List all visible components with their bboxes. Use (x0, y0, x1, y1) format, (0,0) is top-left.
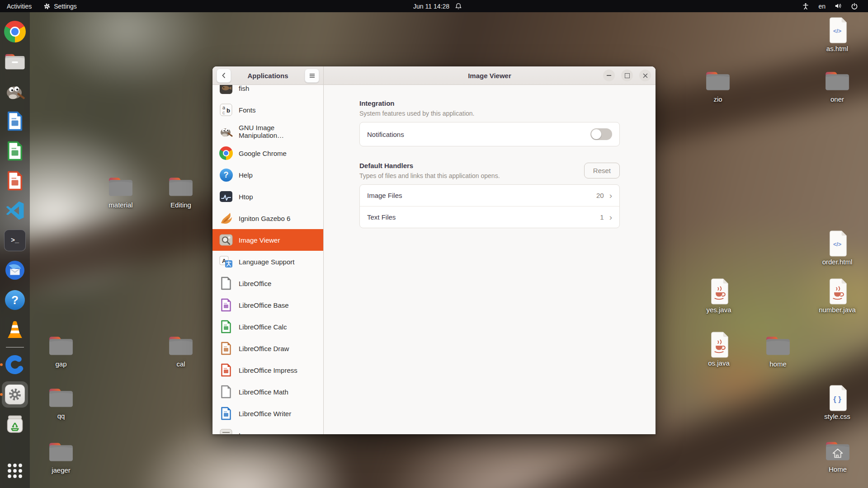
folder-icon (765, 333, 791, 359)
keyboard-layout-indicator: en (818, 3, 826, 10)
desktop-icon-home[interactable]: Home (811, 438, 865, 473)
dock-item-thunderbird[interactable] (4, 259, 26, 281)
desktop-icon-editing[interactable]: Editing (154, 174, 208, 209)
sidebar-app-libreoffice-calc[interactable]: LibreOffice Calc (212, 316, 323, 338)
dock-item-terminal[interactable]: >_ (4, 230, 26, 251)
dock-item-ignition-gazebo[interactable] (4, 354, 26, 375)
help-icon: ? (5, 290, 25, 310)
dock-item-vscode[interactable] (4, 200, 26, 221)
maximize-button[interactable] (621, 70, 633, 81)
svg-text:</>: </> (833, 241, 841, 248)
sidebar-app-libreoffice-base[interactable]: LibreOffice Base (212, 294, 323, 316)
vscode-icon (4, 200, 26, 221)
handler-row-image-files[interactable]: Image Files 20 › (360, 185, 619, 206)
dock-item-libreoffice-impress[interactable] (4, 170, 26, 192)
svg-text:</>: </> (833, 28, 841, 34)
dock-item-files[interactable] (4, 51, 26, 72)
desktop-icon-cal[interactable]: cal (154, 333, 208, 368)
desktop-icon-label: cal (176, 360, 185, 368)
sidebar-title: Applications (247, 72, 288, 80)
thunderbird-icon (4, 259, 26, 281)
sidebar-app-htop[interactable]: Htop (212, 186, 323, 207)
lo-impress-icon (219, 363, 233, 377)
lo-writer-icon (219, 406, 233, 421)
sidebar-app-label: GNU Image Manipulation… (239, 124, 317, 139)
sidebar-app-google-chrome[interactable]: Google Chrome (212, 142, 323, 164)
sidebar-headerbar: Applications (212, 66, 323, 85)
sidebar-app-libreoffice[interactable]: LibreOffice (212, 272, 323, 294)
minimize-button[interactable] (603, 70, 615, 81)
terminal-icon: >_ (4, 230, 26, 251)
desktop-icon-number-java[interactable]: number.java (810, 278, 864, 314)
sidebar-app-label: Igniton Gazebo 6 (239, 215, 290, 222)
system-status-area[interactable]: en (802, 3, 868, 10)
handlers-card: Image Files 20 ›Text Files 1 › (359, 184, 620, 228)
fish-icon (219, 85, 233, 95)
sidebar-app-fonts[interactable]: acbFonts (212, 99, 323, 121)
main-headerbar: Image Viewer (324, 66, 656, 85)
desktop-icon-label: home (769, 360, 787, 368)
lo-draw-icon (219, 341, 233, 356)
sidebar-app-logs[interactable]: Logs (212, 424, 323, 434)
close-button[interactable] (639, 70, 651, 81)
svg-text:b: b (226, 107, 230, 114)
sidebar-app-libreoffice-math[interactable]: LibreOffice Math (212, 381, 323, 403)
desktop-icon-as-html[interactable]: </>as.html (810, 17, 864, 52)
sidebar-app-help[interactable]: ?Help (212, 164, 323, 186)
sidebar-app-libreoffice-impress[interactable]: LibreOffice Impress (212, 359, 323, 381)
application-list[interactable]: fishacbFontsGNU Image Manipulation…Googl… (212, 85, 323, 434)
handler-count: 20 (596, 192, 604, 199)
sidebar-app-gnu-image-manipulation[interactable]: GNU Image Manipulation… (212, 121, 323, 142)
desktop-icon-gap[interactable]: gap (34, 333, 88, 368)
desktop-icon-zio[interactable]: zio (691, 68, 745, 103)
reset-button[interactable]: Reset (584, 163, 620, 178)
handler-row-text-files[interactable]: Text Files 1 › (360, 206, 619, 228)
desktop-icon-label: Home (829, 465, 847, 473)
sidebar-app-language-support[interactable]: ALanguage Support (212, 251, 323, 272)
desktop-icon-home[interactable]: home (751, 333, 805, 368)
dock-item-vlc[interactable] (4, 319, 26, 341)
sidebar-app-libreoffice-writer[interactable]: LibreOffice Writer (212, 403, 323, 424)
sidebar-app-image-viewer[interactable]: Image Viewer (212, 229, 323, 251)
dock-item-show-applications[interactable] (4, 460, 26, 482)
image-viewer-icon (219, 233, 233, 247)
desktop-icon-jaeger[interactable]: jaeger (34, 439, 88, 474)
default-handlers-subtitle: Types of files and links that this appli… (359, 172, 500, 179)
dock-item-gimp[interactable] (4, 80, 26, 102)
sidebar-app-label: Language Support (239, 258, 294, 266)
dock-item-help[interactable]: ? (4, 289, 26, 311)
sidebar-app-libreoffice-draw[interactable]: LibreOffice Draw (212, 338, 323, 359)
notifications-toggle[interactable] (590, 128, 612, 140)
sidebar-app-label: LibreOffice Impress (239, 366, 297, 374)
desktop-icon-oner[interactable]: oner (810, 68, 864, 103)
desktop-icon-qq[interactable]: qq (34, 385, 88, 420)
flame-icon (219, 211, 233, 225)
desktop-icon-yes-java[interactable]: yes.java (692, 278, 746, 314)
folder-icon (108, 174, 134, 200)
desktop-icon-label: os.java (708, 359, 730, 367)
back-button[interactable] (217, 69, 231, 83)
desktop-icon-order-html[interactable]: </>order.html (810, 230, 864, 266)
dock-item-settings[interactable] (4, 384, 26, 405)
desktop-icon-os-java[interactable]: os.java (692, 332, 746, 367)
desktop-icon-material[interactable]: material (94, 174, 148, 209)
ring-icon (4, 354, 26, 375)
app-menu[interactable]: Settings (43, 3, 77, 10)
chrome-icon (4, 21, 26, 42)
top-bar: Activities Settings Jun 11 14:28 en (0, 0, 868, 12)
dock-item-libreoffice-writer[interactable] (4, 110, 26, 132)
dock-item-libreoffice-calc[interactable] (4, 140, 26, 162)
file-java-icon (706, 278, 732, 305)
dock-item-google-chrome[interactable] (4, 21, 26, 42)
dock-item-trash[interactable] (4, 413, 26, 435)
toggle-knob (591, 129, 601, 139)
sidebar-app-igniton-gazebo-6[interactable]: Igniton Gazebo 6 (212, 207, 323, 229)
sidebar-app-fish[interactable]: fish (212, 85, 323, 99)
app-menu-label: Settings (54, 3, 77, 10)
activities-button[interactable]: Activities (7, 3, 32, 10)
sidebar-app-label: LibreOffice Math (239, 388, 288, 396)
integration-subtitle: System features used by this application… (359, 110, 620, 117)
hamburger-menu-button[interactable] (305, 69, 319, 83)
clock-menu[interactable]: Jun 11 14:28 (413, 3, 462, 10)
desktop-icon-style-css[interactable]: { }style.css (810, 385, 864, 420)
